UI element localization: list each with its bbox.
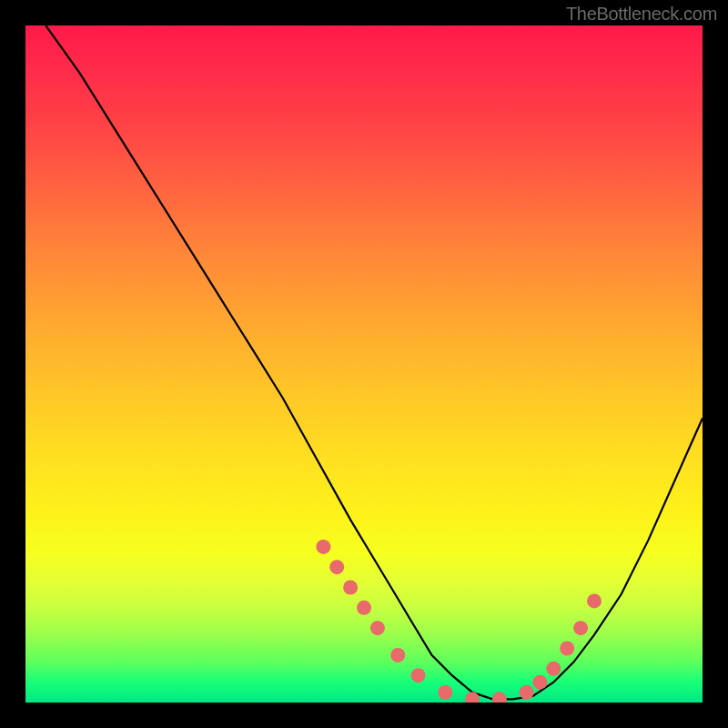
marker-point: [316, 540, 330, 554]
marker-point: [411, 668, 426, 682]
marker-point: [532, 675, 547, 690]
marker-point: [560, 642, 574, 656]
marker-point: [546, 662, 561, 676]
marker-point: [587, 593, 602, 608]
chart-svg: [25, 25, 703, 703]
bottleneck-curve: [46, 25, 703, 699]
plot-area: [25, 25, 703, 703]
marker-point: [390, 648, 405, 662]
marker-point: [343, 581, 358, 595]
marker-point: [329, 560, 344, 574]
marker-point: [492, 692, 507, 703]
marker-point: [573, 621, 588, 635]
marker-point: [520, 685, 534, 700]
marker-point: [370, 621, 385, 635]
attribution-label: TheBottleneck.com: [566, 4, 717, 25]
marker-point: [438, 685, 452, 700]
marker-point: [357, 601, 371, 615]
